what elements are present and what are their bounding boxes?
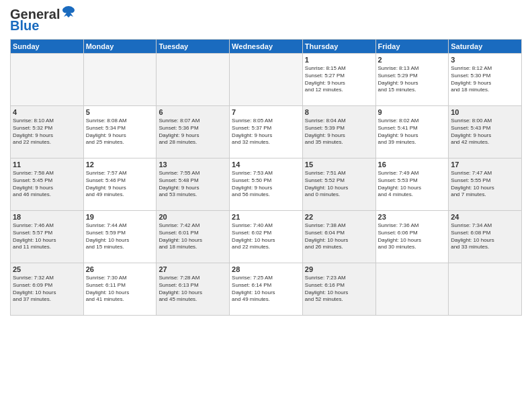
day-number: 17 — [451, 161, 519, 169]
calendar-day-cell — [375, 263, 449, 316]
calendar-day-cell: 21Sunrise: 7:40 AM Sunset: 6:02 PM Dayli… — [230, 211, 303, 263]
day-info: Sunrise: 7:53 AM Sunset: 5:50 PM Dayligh… — [232, 170, 300, 199]
logo: General Blue — [10, 7, 76, 34]
calendar-day-cell: 12Sunrise: 7:57 AM Sunset: 5:46 PM Dayli… — [83, 158, 157, 211]
calendar-day-cell: 27Sunrise: 7:28 AM Sunset: 6:13 PM Dayli… — [157, 263, 230, 316]
calendar-day-cell: 13Sunrise: 7:55 AM Sunset: 5:48 PM Dayli… — [157, 158, 230, 211]
day-number: 23 — [378, 213, 447, 221]
day-info: Sunrise: 7:57 AM Sunset: 5:46 PM Dayligh… — [86, 170, 154, 199]
calendar-day-cell: 6Sunrise: 8:07 AM Sunset: 5:36 PM Daylig… — [157, 106, 230, 158]
day-info: Sunrise: 7:25 AM Sunset: 6:14 PM Dayligh… — [232, 275, 300, 304]
calendar-day-cell: 28Sunrise: 7:25 AM Sunset: 6:14 PM Dayli… — [230, 263, 303, 316]
day-number: 11 — [13, 161, 81, 169]
calendar-week-row: 1Sunrise: 8:15 AM Sunset: 5:27 PM Daylig… — [11, 54, 522, 106]
weekday-header-monday: Monday — [83, 40, 157, 54]
day-number: 12 — [86, 161, 154, 169]
day-number: 10 — [451, 108, 519, 116]
day-info: Sunrise: 7:49 AM Sunset: 5:53 PM Dayligh… — [378, 170, 447, 199]
weekday-header-friday: Friday — [375, 40, 449, 54]
day-number: 24 — [451, 213, 519, 221]
day-number: 13 — [159, 161, 227, 169]
day-info: Sunrise: 7:28 AM Sunset: 6:13 PM Dayligh… — [159, 275, 227, 304]
calendar-day-cell: 16Sunrise: 7:49 AM Sunset: 5:53 PM Dayli… — [375, 158, 449, 211]
day-info: Sunrise: 7:30 AM Sunset: 6:11 PM Dayligh… — [86, 275, 154, 304]
day-info: Sunrise: 7:55 AM Sunset: 5:48 PM Dayligh… — [159, 170, 227, 199]
day-info: Sunrise: 7:42 AM Sunset: 6:01 PM Dayligh… — [159, 222, 227, 251]
day-info: Sunrise: 7:23 AM Sunset: 6:16 PM Dayligh… — [305, 275, 373, 304]
page-container: General Blue SundayMondayTuesdayWednesda… — [0, 0, 532, 319]
day-info: Sunrise: 7:58 AM Sunset: 5:45 PM Dayligh… — [13, 170, 81, 199]
day-number: 3 — [451, 56, 519, 64]
day-info: Sunrise: 8:02 AM Sunset: 5:41 PM Dayligh… — [378, 118, 447, 146]
calendar-day-cell: 8Sunrise: 8:04 AM Sunset: 5:39 PM Daylig… — [302, 106, 375, 158]
day-number: 4 — [13, 108, 81, 116]
weekday-header-wednesday: Wednesday — [230, 40, 303, 54]
day-info: Sunrise: 7:44 AM Sunset: 5:59 PM Dayligh… — [86, 222, 154, 251]
calendar-day-cell: 19Sunrise: 7:44 AM Sunset: 5:59 PM Dayli… — [83, 211, 157, 263]
calendar-day-cell: 24Sunrise: 7:34 AM Sunset: 6:08 PM Dayli… — [449, 211, 522, 263]
calendar-week-row: 25Sunrise: 7:32 AM Sunset: 6:09 PM Dayli… — [11, 263, 522, 316]
day-number: 2 — [378, 56, 447, 64]
day-number: 1 — [305, 56, 373, 64]
calendar-day-cell — [230, 54, 303, 106]
calendar-day-cell: 18Sunrise: 7:46 AM Sunset: 5:57 PM Dayli… — [11, 211, 84, 263]
day-number: 28 — [232, 265, 300, 273]
calendar-day-cell — [83, 54, 157, 106]
day-info: Sunrise: 8:15 AM Sunset: 5:27 PM Dayligh… — [305, 65, 373, 94]
day-number: 6 — [159, 108, 227, 116]
day-number: 7 — [232, 108, 300, 116]
calendar-day-cell: 26Sunrise: 7:30 AM Sunset: 6:11 PM Dayli… — [83, 263, 157, 316]
calendar-day-cell: 1Sunrise: 8:15 AM Sunset: 5:27 PM Daylig… — [302, 54, 375, 106]
day-info: Sunrise: 7:46 AM Sunset: 5:57 PM Dayligh… — [13, 222, 81, 251]
calendar-day-cell: 5Sunrise: 8:08 AM Sunset: 5:34 PM Daylig… — [83, 106, 157, 158]
logo-bird-icon — [61, 5, 76, 19]
logo-blue-text: Blue — [10, 18, 39, 34]
calendar-day-cell: 20Sunrise: 7:42 AM Sunset: 6:01 PM Dayli… — [157, 211, 230, 263]
calendar-week-row: 18Sunrise: 7:46 AM Sunset: 5:57 PM Dayli… — [11, 211, 522, 263]
calendar-day-cell — [11, 54, 84, 106]
day-info: Sunrise: 7:51 AM Sunset: 5:52 PM Dayligh… — [305, 170, 373, 199]
day-info: Sunrise: 7:36 AM Sunset: 6:06 PM Dayligh… — [378, 222, 447, 251]
day-info: Sunrise: 7:34 AM Sunset: 6:08 PM Dayligh… — [451, 222, 519, 251]
weekday-header-thursday: Thursday — [302, 40, 375, 54]
calendar-day-cell: 22Sunrise: 7:38 AM Sunset: 6:04 PM Dayli… — [302, 211, 375, 263]
calendar-day-cell: 17Sunrise: 7:47 AM Sunset: 5:55 PM Dayli… — [449, 158, 522, 211]
calendar-day-cell: 29Sunrise: 7:23 AM Sunset: 6:16 PM Dayli… — [302, 263, 375, 316]
calendar-day-cell: 2Sunrise: 8:13 AM Sunset: 5:29 PM Daylig… — [375, 54, 449, 106]
calendar-day-cell: 4Sunrise: 8:10 AM Sunset: 5:32 PM Daylig… — [11, 106, 84, 158]
day-info: Sunrise: 8:12 AM Sunset: 5:30 PM Dayligh… — [451, 65, 519, 94]
calendar-week-row: 4Sunrise: 8:10 AM Sunset: 5:32 PM Daylig… — [11, 106, 522, 158]
day-info: Sunrise: 8:04 AM Sunset: 5:39 PM Dayligh… — [305, 118, 373, 146]
day-number: 8 — [305, 108, 373, 116]
day-number: 21 — [232, 213, 300, 221]
calendar-day-cell: 25Sunrise: 7:32 AM Sunset: 6:09 PM Dayli… — [11, 263, 84, 316]
header: General Blue — [10, 7, 522, 34]
weekday-header-tuesday: Tuesday — [157, 40, 230, 54]
calendar-day-cell: 11Sunrise: 7:58 AM Sunset: 5:45 PM Dayli… — [11, 158, 84, 211]
day-info: Sunrise: 8:10 AM Sunset: 5:32 PM Dayligh… — [13, 118, 81, 146]
day-info: Sunrise: 8:08 AM Sunset: 5:34 PM Dayligh… — [86, 118, 154, 146]
day-number: 15 — [305, 161, 373, 169]
day-info: Sunrise: 7:47 AM Sunset: 5:55 PM Dayligh… — [451, 170, 519, 199]
calendar-day-cell: 9Sunrise: 8:02 AM Sunset: 5:41 PM Daylig… — [375, 106, 449, 158]
calendar-week-row: 11Sunrise: 7:58 AM Sunset: 5:45 PM Dayli… — [11, 158, 522, 211]
calendar-day-cell: 10Sunrise: 8:00 AM Sunset: 5:43 PM Dayli… — [449, 106, 522, 158]
day-number: 16 — [378, 161, 447, 169]
weekday-header-saturday: Saturday — [449, 40, 522, 54]
day-info: Sunrise: 7:32 AM Sunset: 6:09 PM Dayligh… — [13, 275, 81, 304]
day-info: Sunrise: 8:07 AM Sunset: 5:36 PM Dayligh… — [159, 118, 227, 146]
day-number: 22 — [305, 213, 373, 221]
day-number: 5 — [86, 108, 154, 116]
day-number: 19 — [86, 213, 154, 221]
calendar-day-cell — [157, 54, 230, 106]
calendar-day-cell: 7Sunrise: 8:05 AM Sunset: 5:37 PM Daylig… — [230, 106, 303, 158]
weekday-header-row: SundayMondayTuesdayWednesdayThursdayFrid… — [11, 40, 522, 54]
calendar-day-cell: 23Sunrise: 7:36 AM Sunset: 6:06 PM Dayli… — [375, 211, 449, 263]
day-info: Sunrise: 7:40 AM Sunset: 6:02 PM Dayligh… — [232, 222, 300, 251]
day-number: 9 — [378, 108, 447, 116]
day-number: 27 — [159, 265, 227, 273]
calendar-day-cell: 3Sunrise: 8:12 AM Sunset: 5:30 PM Daylig… — [449, 54, 522, 106]
day-number: 14 — [232, 161, 300, 169]
day-info: Sunrise: 8:13 AM Sunset: 5:29 PM Dayligh… — [378, 65, 447, 94]
calendar-day-cell — [449, 263, 522, 316]
